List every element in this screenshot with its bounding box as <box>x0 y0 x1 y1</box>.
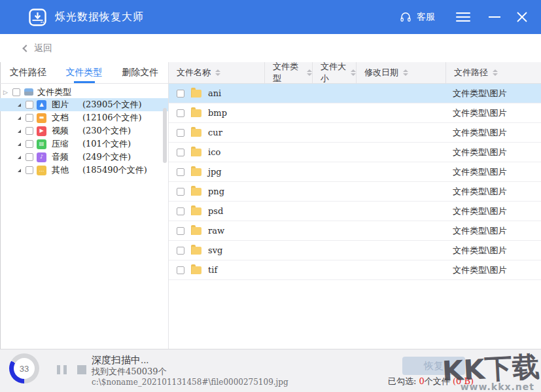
modified-date-cell <box>357 162 446 181</box>
category-checkbox[interactable] <box>26 153 33 161</box>
expander-icon[interactable] <box>18 130 21 133</box>
file-type-cell <box>265 182 313 201</box>
close-button[interactable] <box>516 11 528 23</box>
selected-count: 0 <box>419 376 425 386</box>
recover-button[interactable]: 恢复 <box>402 357 465 375</box>
disk-stack-icon <box>24 88 33 96</box>
modified-date-cell <box>357 182 446 201</box>
file-name: psd <box>208 206 223 216</box>
modified-date-cell <box>357 84 446 103</box>
table-row[interactable]: ico 文件类型\图片 <box>169 143 541 162</box>
back-label: 返回 <box>34 43 52 54</box>
scan-progress-value: 33 <box>20 364 29 374</box>
row-checkbox[interactable] <box>177 247 184 255</box>
category-checkbox[interactable] <box>26 140 33 148</box>
expander-icon[interactable] <box>18 169 21 172</box>
file-size-cell <box>313 182 357 201</box>
table-row[interactable]: ani 文件类型\图片 <box>169 84 541 103</box>
tree-scrollbar[interactable] <box>163 108 167 163</box>
row-checkbox[interactable] <box>177 188 184 196</box>
table-row[interactable]: jpg 文件类型\图片 <box>169 162 541 182</box>
category-icon: ♪ <box>37 152 46 162</box>
expander-icon[interactable] <box>18 156 21 159</box>
tab[interactable]: 文件路径 <box>0 62 56 83</box>
header-file-size[interactable]: 文件大小 <box>313 62 357 83</box>
row-checkbox[interactable] <box>177 207 184 215</box>
row-checkbox[interactable] <box>177 266 184 274</box>
tree-item[interactable]: ▶ 视频 (230个文件) <box>0 124 168 137</box>
file-size-cell <box>313 241 357 260</box>
table-row[interactable]: png 文件类型\图片 <box>169 182 541 202</box>
tree-item[interactable]: … 其他 (185490个文件) <box>0 164 168 177</box>
category-name: 音频 <box>52 151 75 163</box>
app-title: 烁光数据恢复大师 <box>55 10 144 24</box>
file-type-cell <box>265 123 313 142</box>
folder-icon <box>191 168 201 176</box>
root-checkbox[interactable] <box>12 88 20 96</box>
customer-service-button[interactable]: 客服 <box>399 11 435 24</box>
pause-button[interactable] <box>57 365 67 374</box>
tree-item[interactable]: ▲ 图片 (23905个文件) <box>0 98 168 111</box>
header-file-name[interactable]: 文件名称 <box>169 62 265 83</box>
tree-item[interactable]: ▬ 文档 (12106个文件) <box>0 111 168 124</box>
tab[interactable]: 文件类型 <box>56 62 113 83</box>
file-size-cell <box>313 260 357 279</box>
header-file-path[interactable]: 文件路径 <box>446 62 541 83</box>
table-row[interactable]: psd 文件类型\图片 <box>169 202 541 221</box>
stop-button[interactable] <box>77 365 86 374</box>
tree-item[interactable]: ♪ 音频 (249个文件) <box>0 151 168 164</box>
row-checkbox[interactable] <box>177 109 184 117</box>
tree-item[interactable]: ▤ 压缩 (101个文件) <box>0 137 168 151</box>
expander-icon[interactable] <box>18 116 21 120</box>
category-checkbox[interactable] <box>26 101 33 109</box>
expander-icon[interactable]: ▷ <box>3 89 9 96</box>
status-bar: 33 深度扫描中... 找到文件450039个 c:\$noname_20210… <box>0 349 541 392</box>
category-icon: ▲ <box>37 100 46 110</box>
file-type-tree: ▷ 文件类型 ▲ 图片 (23905个文件) <box>0 84 168 177</box>
table-row[interactable]: bmp 文件类型\图片 <box>169 103 541 123</box>
expander-icon[interactable] <box>18 103 21 107</box>
folder-icon <box>191 266 201 274</box>
category-name: 压缩 <box>52 138 75 150</box>
main-content: 文件路径 文件类型 删除文件 ▷ 文件类型 <box>0 62 541 349</box>
category-name: 视频 <box>52 125 75 137</box>
category-count: (12106个文件) <box>82 112 142 124</box>
minimize-button[interactable] <box>489 11 502 23</box>
row-checkbox[interactable] <box>177 168 184 176</box>
expander-icon[interactable] <box>18 143 21 146</box>
table-row[interactable]: svg 文件类型\图片 <box>169 241 541 260</box>
header-modified-date[interactable]: 修改日期 <box>357 62 446 83</box>
category-checkbox[interactable] <box>26 166 33 174</box>
modified-date-cell <box>357 241 446 260</box>
modified-date-cell <box>357 221 446 240</box>
tree-root[interactable]: ▷ 文件类型 <box>0 86 168 98</box>
selected-suffix: 个文件 <box>425 376 450 386</box>
table-row[interactable]: cur 文件类型\图片 <box>169 123 541 143</box>
sort-icon <box>215 69 220 76</box>
sort-icon <box>403 69 408 76</box>
file-type-cell <box>265 260 313 279</box>
file-type-cell <box>265 241 313 260</box>
tab[interactable]: 删除文件 <box>112 62 168 83</box>
file-path-cell: 文件类型\图片 <box>446 123 541 142</box>
table-row[interactable]: tif 文件类型\图片 <box>169 260 541 280</box>
table-row[interactable]: raw 文件类型\图片 <box>169 221 541 241</box>
row-checkbox[interactable] <box>177 129 184 137</box>
header-file-type[interactable]: 文件类型 <box>265 62 313 83</box>
category-name: 图片 <box>52 99 75 111</box>
category-icon: ▤ <box>37 139 46 149</box>
menu-button[interactable] <box>455 10 472 24</box>
scan-info: 深度扫描中... 找到文件450039个 c:\$noname_20210113… <box>92 354 288 387</box>
row-checkbox[interactable] <box>177 227 184 235</box>
row-checkbox[interactable] <box>177 149 184 156</box>
scan-status: 深度扫描中... <box>92 354 288 366</box>
category-name: 文档 <box>52 112 75 124</box>
back-button[interactable]: 返回 <box>24 43 52 54</box>
customer-service-label: 客服 <box>417 11 435 23</box>
row-checkbox[interactable] <box>177 90 184 98</box>
selected-prefix: 已勾选: <box>388 376 416 386</box>
selected-size: (0 B) <box>453 376 474 386</box>
category-checkbox[interactable] <box>26 114 33 122</box>
category-checkbox[interactable] <box>26 127 33 135</box>
category-count: (101个文件) <box>82 138 131 150</box>
